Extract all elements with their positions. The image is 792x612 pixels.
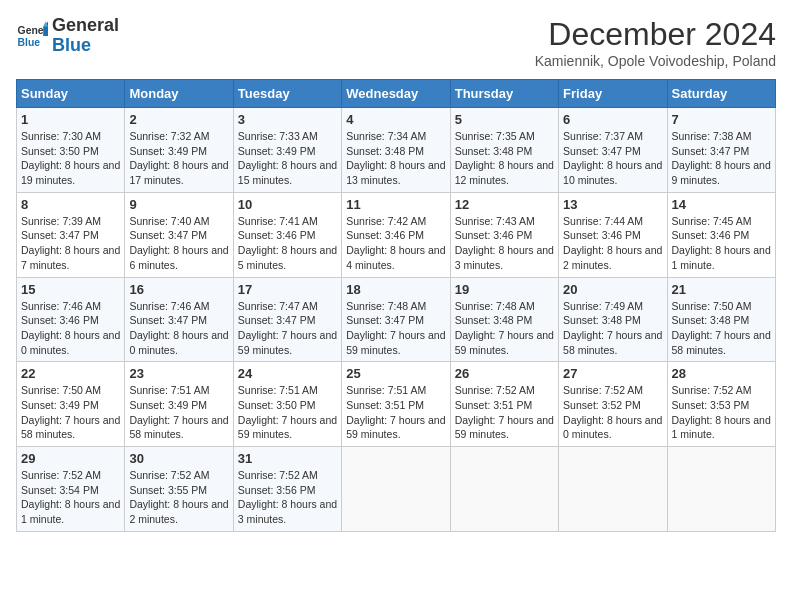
calendar-week-row: 1Sunrise: 7:30 AM Sunset: 3:50 PM Daylig… xyxy=(17,108,776,193)
day-info: Sunrise: 7:51 AM Sunset: 3:50 PM Dayligh… xyxy=(238,383,337,442)
page-header: General Blue General Blue December 2024 … xyxy=(16,16,776,69)
day-number: 18 xyxy=(346,282,445,297)
day-info: Sunrise: 7:51 AM Sunset: 3:51 PM Dayligh… xyxy=(346,383,445,442)
calendar-col-wednesday: Wednesday xyxy=(342,80,450,108)
day-number: 31 xyxy=(238,451,337,466)
day-info: Sunrise: 7:48 AM Sunset: 3:48 PM Dayligh… xyxy=(455,299,554,358)
calendar-cell xyxy=(450,447,558,532)
logo: General Blue General Blue xyxy=(16,16,119,56)
calendar-cell: 17Sunrise: 7:47 AM Sunset: 3:47 PM Dayli… xyxy=(233,277,341,362)
day-info: Sunrise: 7:38 AM Sunset: 3:47 PM Dayligh… xyxy=(672,129,771,188)
calendar-cell: 7Sunrise: 7:38 AM Sunset: 3:47 PM Daylig… xyxy=(667,108,775,193)
calendar-cell: 5Sunrise: 7:35 AM Sunset: 3:48 PM Daylig… xyxy=(450,108,558,193)
day-number: 1 xyxy=(21,112,120,127)
logo-icon: General Blue xyxy=(16,20,48,52)
title-block: December 2024 Kamiennik, Opole Voivodesh… xyxy=(535,16,776,69)
day-info: Sunrise: 7:33 AM Sunset: 3:49 PM Dayligh… xyxy=(238,129,337,188)
calendar-cell: 29Sunrise: 7:52 AM Sunset: 3:54 PM Dayli… xyxy=(17,447,125,532)
day-number: 20 xyxy=(563,282,662,297)
day-number: 22 xyxy=(21,366,120,381)
calendar-cell: 8Sunrise: 7:39 AM Sunset: 3:47 PM Daylig… xyxy=(17,192,125,277)
day-info: Sunrise: 7:46 AM Sunset: 3:46 PM Dayligh… xyxy=(21,299,120,358)
day-info: Sunrise: 7:43 AM Sunset: 3:46 PM Dayligh… xyxy=(455,214,554,273)
calendar-cell: 1Sunrise: 7:30 AM Sunset: 3:50 PM Daylig… xyxy=(17,108,125,193)
day-info: Sunrise: 7:45 AM Sunset: 3:46 PM Dayligh… xyxy=(672,214,771,273)
day-info: Sunrise: 7:39 AM Sunset: 3:47 PM Dayligh… xyxy=(21,214,120,273)
calendar-cell: 4Sunrise: 7:34 AM Sunset: 3:48 PM Daylig… xyxy=(342,108,450,193)
day-number: 7 xyxy=(672,112,771,127)
calendar-cell: 12Sunrise: 7:43 AM Sunset: 3:46 PM Dayli… xyxy=(450,192,558,277)
calendar-cell: 30Sunrise: 7:52 AM Sunset: 3:55 PM Dayli… xyxy=(125,447,233,532)
day-info: Sunrise: 7:48 AM Sunset: 3:47 PM Dayligh… xyxy=(346,299,445,358)
day-info: Sunrise: 7:41 AM Sunset: 3:46 PM Dayligh… xyxy=(238,214,337,273)
day-info: Sunrise: 7:52 AM Sunset: 3:53 PM Dayligh… xyxy=(672,383,771,442)
day-number: 25 xyxy=(346,366,445,381)
calendar-cell: 18Sunrise: 7:48 AM Sunset: 3:47 PM Dayli… xyxy=(342,277,450,362)
calendar-table: SundayMondayTuesdayWednesdayThursdayFrid… xyxy=(16,79,776,532)
day-number: 6 xyxy=(563,112,662,127)
day-info: Sunrise: 7:52 AM Sunset: 3:51 PM Dayligh… xyxy=(455,383,554,442)
day-number: 11 xyxy=(346,197,445,212)
day-number: 29 xyxy=(21,451,120,466)
day-info: Sunrise: 7:52 AM Sunset: 3:56 PM Dayligh… xyxy=(238,468,337,527)
calendar-cell: 9Sunrise: 7:40 AM Sunset: 3:47 PM Daylig… xyxy=(125,192,233,277)
calendar-cell: 10Sunrise: 7:41 AM Sunset: 3:46 PM Dayli… xyxy=(233,192,341,277)
day-info: Sunrise: 7:40 AM Sunset: 3:47 PM Dayligh… xyxy=(129,214,228,273)
svg-text:Blue: Blue xyxy=(18,36,41,47)
day-info: Sunrise: 7:49 AM Sunset: 3:48 PM Dayligh… xyxy=(563,299,662,358)
day-number: 24 xyxy=(238,366,337,381)
calendar-week-row: 15Sunrise: 7:46 AM Sunset: 3:46 PM Dayli… xyxy=(17,277,776,362)
day-info: Sunrise: 7:47 AM Sunset: 3:47 PM Dayligh… xyxy=(238,299,337,358)
calendar-col-tuesday: Tuesday xyxy=(233,80,341,108)
day-info: Sunrise: 7:50 AM Sunset: 3:48 PM Dayligh… xyxy=(672,299,771,358)
day-info: Sunrise: 7:42 AM Sunset: 3:46 PM Dayligh… xyxy=(346,214,445,273)
calendar-cell: 22Sunrise: 7:50 AM Sunset: 3:49 PM Dayli… xyxy=(17,362,125,447)
day-info: Sunrise: 7:35 AM Sunset: 3:48 PM Dayligh… xyxy=(455,129,554,188)
calendar-cell: 21Sunrise: 7:50 AM Sunset: 3:48 PM Dayli… xyxy=(667,277,775,362)
calendar-cell: 15Sunrise: 7:46 AM Sunset: 3:46 PM Dayli… xyxy=(17,277,125,362)
day-info: Sunrise: 7:52 AM Sunset: 3:55 PM Dayligh… xyxy=(129,468,228,527)
calendar-cell: 14Sunrise: 7:45 AM Sunset: 3:46 PM Dayli… xyxy=(667,192,775,277)
calendar-cell: 24Sunrise: 7:51 AM Sunset: 3:50 PM Dayli… xyxy=(233,362,341,447)
day-number: 30 xyxy=(129,451,228,466)
location-subtitle: Kamiennik, Opole Voivodeship, Poland xyxy=(535,53,776,69)
calendar-cell xyxy=(342,447,450,532)
day-number: 27 xyxy=(563,366,662,381)
day-number: 21 xyxy=(672,282,771,297)
day-info: Sunrise: 7:46 AM Sunset: 3:47 PM Dayligh… xyxy=(129,299,228,358)
calendar-cell: 31Sunrise: 7:52 AM Sunset: 3:56 PM Dayli… xyxy=(233,447,341,532)
day-info: Sunrise: 7:44 AM Sunset: 3:46 PM Dayligh… xyxy=(563,214,662,273)
day-number: 4 xyxy=(346,112,445,127)
calendar-cell xyxy=(667,447,775,532)
day-number: 10 xyxy=(238,197,337,212)
calendar-week-row: 29Sunrise: 7:52 AM Sunset: 3:54 PM Dayli… xyxy=(17,447,776,532)
day-number: 13 xyxy=(563,197,662,212)
calendar-cell: 25Sunrise: 7:51 AM Sunset: 3:51 PM Dayli… xyxy=(342,362,450,447)
day-number: 14 xyxy=(672,197,771,212)
calendar-col-monday: Monday xyxy=(125,80,233,108)
day-number: 26 xyxy=(455,366,554,381)
day-info: Sunrise: 7:30 AM Sunset: 3:50 PM Dayligh… xyxy=(21,129,120,188)
month-title: December 2024 xyxy=(535,16,776,53)
calendar-cell: 28Sunrise: 7:52 AM Sunset: 3:53 PM Dayli… xyxy=(667,362,775,447)
day-number: 19 xyxy=(455,282,554,297)
calendar-cell: 13Sunrise: 7:44 AM Sunset: 3:46 PM Dayli… xyxy=(559,192,667,277)
day-number: 28 xyxy=(672,366,771,381)
day-number: 8 xyxy=(21,197,120,212)
calendar-cell: 6Sunrise: 7:37 AM Sunset: 3:47 PM Daylig… xyxy=(559,108,667,193)
calendar-cell: 27Sunrise: 7:52 AM Sunset: 3:52 PM Dayli… xyxy=(559,362,667,447)
calendar-col-friday: Friday xyxy=(559,80,667,108)
calendar-cell: 26Sunrise: 7:52 AM Sunset: 3:51 PM Dayli… xyxy=(450,362,558,447)
calendar-cell xyxy=(559,447,667,532)
calendar-cell: 19Sunrise: 7:48 AM Sunset: 3:48 PM Dayli… xyxy=(450,277,558,362)
calendar-col-sunday: Sunday xyxy=(17,80,125,108)
day-info: Sunrise: 7:50 AM Sunset: 3:49 PM Dayligh… xyxy=(21,383,120,442)
calendar-cell: 20Sunrise: 7:49 AM Sunset: 3:48 PM Dayli… xyxy=(559,277,667,362)
day-number: 17 xyxy=(238,282,337,297)
day-info: Sunrise: 7:34 AM Sunset: 3:48 PM Dayligh… xyxy=(346,129,445,188)
day-number: 9 xyxy=(129,197,228,212)
day-number: 2 xyxy=(129,112,228,127)
day-info: Sunrise: 7:52 AM Sunset: 3:54 PM Dayligh… xyxy=(21,468,120,527)
day-info: Sunrise: 7:32 AM Sunset: 3:49 PM Dayligh… xyxy=(129,129,228,188)
day-number: 23 xyxy=(129,366,228,381)
